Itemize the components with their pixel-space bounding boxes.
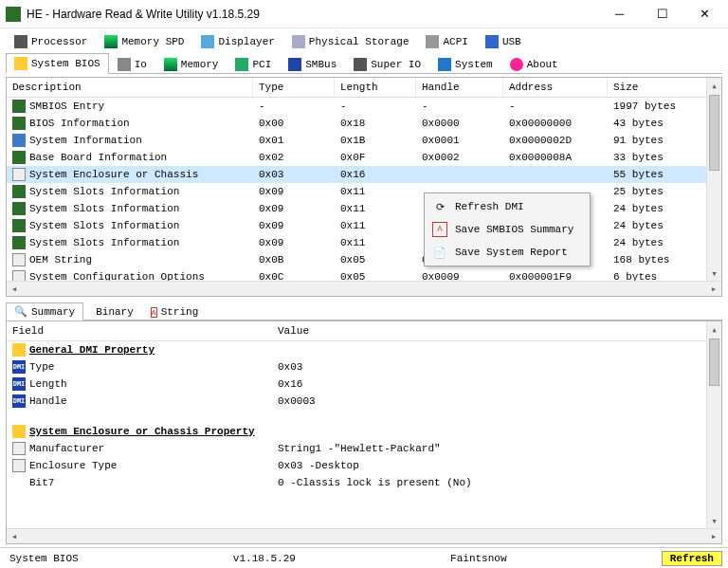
row-length: 0x16 — [335, 168, 416, 181]
detail-list[interactable]: Field Value General DMI Property DMIType… — [7, 321, 721, 528]
row-handle — [416, 174, 503, 175]
col-description[interactable]: Description — [7, 78, 253, 97]
detail-row[interactable]: Enclosure Type0x03 -Desktop — [7, 457, 721, 474]
subtab-string[interactable]: AString — [142, 302, 207, 321]
row-length: 0x18 — [335, 117, 416, 130]
refresh-button[interactable]: Refresh — [662, 551, 722, 566]
tab-storage[interactable]: Physical Storage — [283, 31, 418, 52]
tab-acpi[interactable]: ACPI — [417, 31, 476, 52]
scrollbar-thumb[interactable] — [709, 339, 719, 386]
subtab-summary[interactable]: 🔍Summary — [6, 302, 83, 321]
row-address: 0x00000000 — [503, 117, 608, 130]
tab-super-io[interactable]: Super IO — [345, 53, 429, 74]
row-address — [503, 174, 608, 175]
scrollbar-track[interactable] — [22, 282, 706, 297]
tab-pci[interactable]: PCI — [227, 53, 280, 74]
table-row[interactable]: OEM String0x0B0x050x00080x0000014F168 by… — [7, 251, 721, 268]
scroll-left-icon[interactable]: ◂ — [7, 529, 22, 544]
menu-save-smbios-summary[interactable]: ASave SMBIOS Summary — [427, 218, 588, 241]
menu-save-system-report[interactable]: 📄Save System Report — [427, 241, 588, 264]
subtab-binary[interactable]: Binary — [83, 302, 142, 321]
tab-usb[interactable]: USB — [477, 31, 530, 52]
tab-system-bios[interactable]: System BIOS — [6, 53, 109, 74]
vertical-scrollbar[interactable]: ▴ ▾ — [706, 78, 721, 281]
detail-group[interactable]: System Enclosure or Chassis Property — [7, 423, 721, 440]
col-address[interactable]: Address — [503, 78, 608, 97]
detail-row[interactable]: DMIType0x03 — [7, 358, 721, 376]
detail-group[interactable]: General DMI Property — [7, 341, 721, 358]
col-length[interactable]: Length — [335, 78, 416, 97]
detail-row[interactable]: ManufacturerString1 -"Hewlett-Packard" — [7, 440, 721, 457]
row-icon — [12, 236, 26, 249]
menu-refresh-dmi[interactable]: ⟳Refresh DMI — [427, 195, 588, 218]
dmi-icon: DMI — [12, 394, 26, 408]
table-row[interactable]: System Slots Information0x090x1124 bytes — [7, 200, 721, 217]
row-type: 0x03 — [253, 168, 335, 181]
scrollbar-track[interactable] — [22, 529, 706, 544]
item-icon — [12, 459, 26, 472]
tab-io[interactable]: Io — [109, 53, 155, 74]
table-row[interactable]: BIOS Information0x000x180x00000x00000000… — [7, 115, 721, 132]
detail-row[interactable]: Bit70 -Classis lock is present (No) — [7, 474, 721, 491]
smbus-icon — [288, 58, 301, 71]
row-handle: 0x0001 — [416, 134, 503, 147]
tab-memory-spd[interactable]: Memory SPD — [96, 31, 192, 52]
tab-displayer[interactable]: Displayer — [192, 31, 282, 52]
col-size[interactable]: Size — [608, 78, 721, 97]
status-bar: System BIOS v1.18.5.29 Faintsnow Refresh — [0, 547, 728, 568]
tab-memory[interactable]: Memory — [155, 53, 228, 74]
bios-icon — [14, 57, 27, 70]
scroll-down-icon[interactable]: ▾ — [707, 266, 721, 281]
smbios-table-panel: Description Type Length Handle Address S… — [6, 77, 722, 297]
minimize-button[interactable]: ─ — [598, 1, 641, 27]
row-length: 0x05 — [335, 270, 416, 281]
table-row[interactable]: System Slots Information0x090x1124 bytes — [7, 234, 721, 251]
table-row[interactable]: System Slots Information0x090x1124 bytes — [7, 217, 721, 234]
close-button[interactable]: ✕ — [683, 1, 726, 27]
scroll-up-icon[interactable]: ▴ — [707, 78, 721, 93]
toolbar: Processor Memory SPD Displayer Physical … — [0, 28, 728, 74]
smbios-table[interactable]: Description Type Length Handle Address S… — [7, 78, 721, 281]
col-field[interactable]: Field — [7, 321, 272, 340]
tab-smbus[interactable]: SMBus — [280, 53, 345, 74]
col-type[interactable]: Type — [253, 78, 335, 97]
scroll-left-icon[interactable]: ◂ — [7, 282, 22, 297]
detail-row[interactable]: DMIHandle0x0003 — [7, 393, 721, 410]
magnifier-icon: 🔍 — [14, 305, 27, 318]
row-address: 0x0000002D — [503, 134, 608, 147]
table-row[interactable]: Base Board Information0x020x0F0x00020x00… — [7, 149, 721, 166]
table-row[interactable]: System Information0x010x1B0x00010x000000… — [7, 132, 721, 149]
window-title: HE - Hardware Read & Write Utility v1.18… — [27, 8, 598, 21]
row-desc: BIOS Information — [29, 118, 130, 129]
col-value[interactable]: Value — [272, 321, 721, 340]
vertical-scrollbar[interactable]: ▴ ▾ — [706, 321, 721, 528]
tab-processor[interactable]: Processor — [6, 31, 96, 52]
scroll-right-icon[interactable]: ▸ — [706, 529, 721, 544]
tab-system[interactable]: System — [429, 53, 501, 74]
detail-spacer — [7, 410, 721, 423]
scroll-down-icon[interactable]: ▾ — [707, 513, 721, 528]
row-size: 43 bytes — [608, 117, 721, 130]
pci-icon — [235, 58, 248, 71]
scrollbar-thumb[interactable] — [709, 95, 719, 171]
detail-row[interactable]: DMILength0x16 — [7, 376, 721, 393]
scroll-up-icon[interactable]: ▴ — [707, 321, 721, 337]
report-icon: 📄 — [432, 245, 447, 260]
row-size: 91 bytes — [608, 134, 721, 147]
tab-about[interactable]: About — [501, 53, 567, 74]
folder-icon — [12, 425, 26, 438]
horizontal-scrollbar[interactable]: ◂ ▸ — [7, 281, 721, 296]
table-row[interactable]: System Enclosure or Chassis0x030x1655 by… — [7, 166, 721, 183]
table-row[interactable]: System Configuration Options0x0C0x050x00… — [7, 268, 721, 281]
detail-header: Field Value — [7, 321, 721, 341]
table-row[interactable]: SMBIOS Entry----1997 bytes — [7, 98, 721, 115]
table-header: Description Type Length Handle Address S… — [7, 78, 721, 98]
horizontal-scrollbar[interactable]: ◂ ▸ — [7, 528, 721, 543]
scroll-right-icon[interactable]: ▸ — [706, 282, 721, 297]
row-desc: System Slots Information — [29, 220, 179, 231]
row-handle: 0x0009 — [416, 270, 503, 281]
maximize-button[interactable]: ☐ — [641, 1, 683, 27]
table-row[interactable]: System Slots Information0x090x1125 bytes — [7, 183, 721, 200]
row-type: - — [253, 100, 335, 113]
col-handle[interactable]: Handle — [416, 78, 503, 97]
